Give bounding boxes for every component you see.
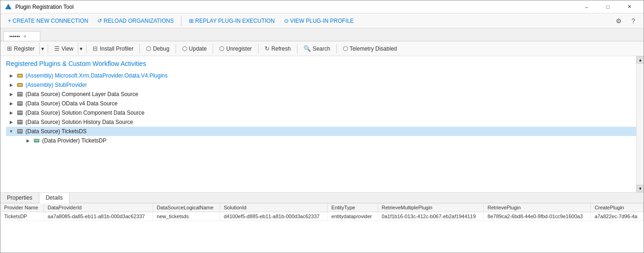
search-button[interactable]: 🔍 Search bbox=[300, 43, 334, 55]
table-header-cell: RetrievePlugin bbox=[484, 203, 591, 212]
expand-icon: ▶ bbox=[8, 101, 14, 106]
register-icon: ⊞ bbox=[7, 45, 12, 52]
svg-rect-9 bbox=[18, 103, 22, 104]
table-header-cell: Provider Name bbox=[0, 203, 44, 212]
debug-icon: ⬡ bbox=[146, 45, 151, 52]
refresh-button[interactable]: ↻ Refresh bbox=[261, 43, 295, 55]
toolbar-sep7 bbox=[297, 44, 297, 53]
svg-rect-5 bbox=[18, 84, 22, 86]
telemetry-button[interactable]: ⬡ Telemetry Disabled bbox=[339, 43, 401, 55]
tree-item[interactable]: ▶(Data Source) Solution Component Data S… bbox=[6, 108, 638, 117]
scroll-up-button[interactable]: ▲ bbox=[637, 56, 644, 64]
debug-button[interactable]: ⬡ Debug bbox=[142, 43, 173, 55]
refresh-icon: ↻ bbox=[265, 45, 270, 52]
tree-item-label: (Data Source) Solution Component Data So… bbox=[25, 110, 145, 116]
tree-item[interactable]: ▶(Data Source) Component Layer Data Sour… bbox=[6, 90, 638, 99]
expand-icon: ▼ bbox=[8, 129, 14, 134]
tree-item[interactable]: ▶(Assembly) Microsoft.Xrm.DataProvider.O… bbox=[6, 71, 638, 80]
title-bar-title: Plugin Registration Tool bbox=[15, 4, 74, 10]
expand-icon: ▶ bbox=[8, 92, 14, 97]
update-icon: ⬡ bbox=[182, 45, 187, 52]
bottom-content[interactable]: Provider NameDataProviderIdDataSourceLog… bbox=[0, 203, 644, 253]
table-header-cell: CreatePlugin bbox=[591, 203, 644, 212]
tree-item[interactable]: ▶(Data Source) OData v4 Data Source bbox=[6, 99, 638, 108]
view-dropdown-button[interactable]: ▾ bbox=[78, 43, 84, 55]
table-cell: d4100ef5-d885-eb11-a81b-000d3ac62337 bbox=[220, 212, 327, 221]
title-bar-left: Plugin Registration Tool bbox=[4, 3, 74, 11]
unregister-icon: ⬡ bbox=[219, 45, 224, 52]
register-button[interactable]: ⊞ Register bbox=[3, 43, 38, 55]
tab-area: •••••• × bbox=[0, 28, 644, 41]
datasource-icon bbox=[16, 109, 24, 117]
tab-properties[interactable]: Properties bbox=[0, 193, 39, 203]
table-cell: aa7a8085-da85-eb11-a81b-000d3ac62337 bbox=[44, 212, 153, 221]
scroll-down-button[interactable]: ▼ bbox=[637, 185, 644, 192]
tree-item[interactable]: ▶(Assembly) StubProvider bbox=[6, 80, 638, 90]
help-button[interactable]: ? bbox=[627, 14, 640, 27]
tree-item-label: (Data Provider) TicketsDP bbox=[42, 137, 107, 144]
tree-container: ▶(Assembly) Microsoft.Xrm.DataProvider.O… bbox=[6, 71, 638, 145]
svg-rect-13 bbox=[18, 121, 22, 122]
scroll-bar: ▲ ▼ bbox=[636, 56, 644, 192]
tree-item-label: (Data Source) Solution History Data Sour… bbox=[25, 119, 133, 125]
maximize-button[interactable]: □ bbox=[597, 0, 619, 13]
table-cell: a7a822ec-7d96-4a bbox=[591, 212, 644, 221]
tab-close-button[interactable]: × bbox=[23, 34, 27, 39]
expand-icon: ▶ bbox=[25, 138, 31, 143]
toolbar-sep8 bbox=[336, 44, 337, 53]
table-header-cell: RetrieveMultiplePlugin bbox=[378, 203, 484, 212]
app-logo-icon bbox=[4, 3, 13, 11]
tree-item-label: (Data Source) OData v4 Data Source bbox=[25, 100, 118, 107]
tree-item[interactable]: ▼(Data Source) TicketsDS bbox=[6, 127, 638, 136]
close-button[interactable]: ✕ bbox=[619, 0, 640, 13]
view-icon: ☰ bbox=[54, 45, 60, 52]
toolbar: ⊞ Register ▾ ☰ View ▾ ⊟ Install Profiler… bbox=[0, 41, 644, 56]
main-tab[interactable]: •••••• × bbox=[3, 31, 40, 41]
settings-button[interactable]: ⚙ bbox=[612, 14, 625, 27]
minimize-button[interactable]: – bbox=[576, 0, 597, 13]
create-connection-button[interactable]: + CREATE NEW CONNECTION bbox=[4, 14, 92, 27]
telemetry-icon: ⬡ bbox=[343, 45, 348, 52]
tree-item[interactable]: ▶(Data Provider) TicketsDP bbox=[6, 136, 638, 145]
datasource-icon bbox=[16, 128, 24, 135]
svg-rect-11 bbox=[18, 112, 22, 113]
view-button[interactable]: ☰ View bbox=[51, 43, 77, 55]
expand-icon: ▶ bbox=[8, 73, 14, 78]
table-header-cell: SolutionId bbox=[220, 203, 327, 212]
scroll-track bbox=[637, 64, 644, 185]
view-plugin-profile-button[interactable]: ⊙ VIEW PLUG-IN PROFILE bbox=[280, 14, 358, 27]
menu-separator bbox=[181, 16, 182, 26]
expand-icon: ▶ bbox=[8, 120, 14, 124]
dataprovider-icon bbox=[33, 137, 40, 144]
table-cell: entitydataprovider bbox=[328, 212, 378, 221]
install-profiler-button[interactable]: ⊟ Install Profiler bbox=[89, 43, 137, 55]
data-table: Provider NameDataProviderIdDataSourceLog… bbox=[0, 203, 644, 221]
table-cell: TicketsDP bbox=[0, 212, 44, 221]
datasource-icon bbox=[16, 91, 24, 98]
svg-rect-15 bbox=[18, 130, 22, 131]
tree-item[interactable]: ▶(Data Source) Solution History Data Sou… bbox=[6, 117, 638, 127]
search-icon: 🔍 bbox=[303, 45, 311, 52]
table-header-cell: DataProviderId bbox=[44, 203, 153, 212]
tab-label: •••••• bbox=[9, 33, 20, 39]
toolbar-sep4 bbox=[176, 44, 176, 53]
table-header-row: Provider NameDataProviderIdDataSourceLog… bbox=[0, 203, 644, 212]
assembly-icon bbox=[16, 81, 24, 89]
menu-bar: + CREATE NEW CONNECTION ↺ RELOAD ORGANIZ… bbox=[0, 13, 644, 28]
reload-organizations-button[interactable]: ↺ RELOAD ORGANIZATIONS bbox=[94, 14, 177, 27]
table-header-cell: EntityType bbox=[328, 203, 378, 212]
update-button[interactable]: ⬡ Update bbox=[178, 43, 211, 55]
toolbar-sep1 bbox=[48, 44, 48, 53]
bottom-tabs: Properties Details bbox=[0, 193, 644, 203]
install-profiler-icon: ⊟ bbox=[93, 45, 98, 52]
table-cell: new_ticketsds bbox=[153, 212, 220, 221]
svg-rect-3 bbox=[18, 75, 22, 77]
expand-icon: ▶ bbox=[8, 83, 14, 87]
title-bar: Plugin Registration Tool – □ ✕ bbox=[0, 0, 644, 13]
plugin-list-area[interactable]: Registered Plugins & Custom Workflow Act… bbox=[0, 56, 644, 192]
unregister-button[interactable]: ⬡ Unregister bbox=[215, 43, 255, 55]
register-dropdown-button[interactable]: ▾ bbox=[39, 43, 45, 55]
replay-plugin-button[interactable]: ⊞ REPLAY PLUG-IN EXECUTION bbox=[185, 14, 278, 27]
svg-rect-17 bbox=[35, 140, 38, 141]
tab-details[interactable]: Details bbox=[39, 193, 70, 203]
